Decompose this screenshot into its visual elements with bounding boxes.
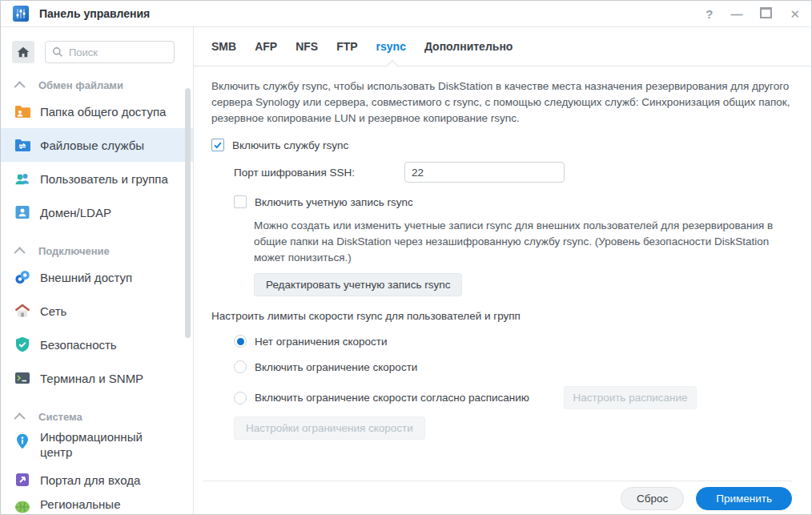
- enable-rsync-row: Включить службу rsync: [211, 139, 792, 151]
- ssh-port-input[interactable]: [404, 162, 565, 183]
- tab-advanced[interactable]: Дополнительно: [424, 40, 513, 53]
- edit-rsync-account-button[interactable]: Редактировать учетную запись rsync: [254, 273, 462, 296]
- enable-speed-limit-radio[interactable]: [234, 360, 247, 373]
- no-speed-limit-label: Нет ограничения скорости: [255, 336, 388, 348]
- search-input[interactable]: [67, 46, 163, 59]
- enable-rsync-account-row: Включить учетную запись rsync: [234, 195, 792, 208]
- close-button[interactable]: ✕: [790, 8, 800, 20]
- sidebar: Обмен файлами Папка общего доступа Файло…: [1, 27, 194, 515]
- no-speed-limit-radio[interactable]: [234, 335, 247, 348]
- sidebar-item-info-center[interactable]: Информационный центр: [1, 426, 193, 463]
- rsync-settings-panel: Включить службу rsync, чтобы использоват…: [194, 66, 811, 440]
- sidebar-item-domain-ldap[interactable]: Домен/LDAP: [1, 195, 193, 229]
- home-button[interactable]: [12, 41, 34, 63]
- check-icon: [213, 140, 223, 150]
- sidebar-item-external-access[interactable]: Внешний доступ: [1, 260, 193, 294]
- window-title: Панель управления: [39, 7, 150, 20]
- enable-speed-limit-row: Включить ограничение скорости: [234, 360, 792, 373]
- no-speed-limit-row: Нет ограничения скорости: [234, 335, 792, 348]
- ssh-port-label: Порт шифрования SSH:: [234, 167, 404, 179]
- chevron-up-icon: [14, 247, 26, 258]
- search-icon: [51, 46, 64, 58]
- search-box[interactable]: [45, 41, 175, 63]
- rsync-description: Включить службу rsync, чтобы использоват…: [211, 78, 806, 127]
- sidebar-item-label: Внешний доступ: [40, 270, 139, 285]
- info-center-icon: [14, 433, 31, 450]
- chevron-up-icon: [14, 412, 26, 424]
- sidebar-section-file-sharing[interactable]: Обмен файлами: [17, 79, 193, 91]
- tab-rsync[interactable]: rsync: [376, 40, 406, 53]
- window-controls: ? — ✕: [705, 1, 800, 26]
- sidebar-item-network[interactable]: Сеть: [1, 294, 193, 328]
- enable-rsync-label: Включить службу rsync: [232, 139, 348, 151]
- control-panel-app-icon: [12, 5, 30, 22]
- scheduled-speed-limit-radio[interactable]: [234, 392, 247, 404]
- security-shield-icon: [14, 336, 31, 353]
- control-panel-window: Панель управления ? — ✕: [0, 0, 812, 515]
- sidebar-section-connectivity[interactable]: Подключение: [17, 245, 193, 257]
- sidebar-item-label: Файловые службы: [40, 138, 151, 153]
- radio-dot: [237, 338, 244, 345]
- shared-folder-icon: [14, 103, 31, 120]
- section-label: Подключение: [38, 245, 110, 257]
- sidebar-item-label: Сеть: [40, 304, 73, 319]
- sidebar-item-label: Терминал и SNMP: [40, 371, 150, 386]
- file-services-icon: [14, 136, 31, 154]
- sidebar-item-shared-folder[interactable]: Папка общего доступа: [1, 95, 193, 128]
- scheduled-speed-limit-label: Включить ограничение скорости согласно р…: [255, 392, 529, 404]
- section-label: Система: [38, 411, 82, 423]
- sidebar-item-label: Пользователь и группа: [40, 171, 175, 187]
- sidebar-item-label: Портал для входа: [40, 473, 147, 488]
- sidebar-item-security[interactable]: Безопасность: [1, 328, 193, 361]
- sidebar-item-label: Региональные: [40, 497, 127, 512]
- tab-smb[interactable]: SMB: [211, 40, 236, 53]
- enable-rsync-account-checkbox[interactable]: [234, 195, 247, 208]
- external-access-icon: [14, 268, 31, 286]
- sidebar-item-label: Безопасность: [40, 337, 123, 352]
- sidebar-scrollbar[interactable]: [185, 88, 191, 338]
- regional-options-icon: [14, 497, 31, 514]
- apply-button[interactable]: Применить: [696, 487, 792, 510]
- ssh-port-row: Порт шифрования SSH:: [234, 162, 792, 183]
- chevron-up-icon: [14, 81, 26, 92]
- network-icon: [14, 302, 31, 320]
- terminal-icon: [14, 369, 31, 387]
- speed-limit-section-label: Настроить лимиты скорости rsync для поль…: [211, 310, 792, 322]
- rsync-account-note: Можно создать или изменить учетные запис…: [254, 218, 774, 266]
- enable-rsync-account-label: Включить учетную запись rsync: [255, 196, 413, 208]
- sidebar-item-label: Папка общего доступа: [40, 104, 172, 119]
- tab-nfs[interactable]: NFS: [295, 40, 318, 53]
- tab-bar: SMB AFP NFS FTP rsync Дополнительно: [194, 27, 811, 66]
- tab-ftp[interactable]: FTP: [336, 40, 357, 53]
- minimize-button[interactable]: —: [730, 8, 742, 20]
- speed-limit-settings-button[interactable]: Настройки ограничения скорости: [234, 416, 425, 440]
- sidebar-item-terminal-snmp[interactable]: Терминал и SNMP: [1, 361, 193, 395]
- maximize-icon: [760, 7, 772, 18]
- sidebar-item-login-portal[interactable]: Портал для входа: [1, 463, 193, 497]
- sidebar-item-regional[interactable]: Региональные: [1, 497, 193, 514]
- set-schedule-button[interactable]: Настроить расписание: [564, 386, 697, 409]
- help-button[interactable]: ?: [705, 8, 713, 20]
- tab-afp[interactable]: AFP: [255, 40, 277, 53]
- user-group-icon: [14, 170, 31, 187]
- home-icon: [16, 45, 30, 59]
- enable-rsync-checkbox[interactable]: [211, 139, 224, 151]
- main-panel: SMB AFP NFS FTP rsync Дополнительно Вклю…: [194, 27, 811, 515]
- footer-bar: Сброс Применить: [203, 481, 792, 515]
- sidebar-item-user-group[interactable]: Пользователь и группа: [1, 162, 193, 195]
- titlebar: Панель управления ? — ✕: [1, 1, 811, 27]
- login-portal-icon: [14, 471, 31, 489]
- sidebar-item-label: Информационный центр: [40, 429, 167, 460]
- sidebar-item-file-services[interactable]: Файловые службы: [1, 128, 193, 162]
- section-label: Обмен файлами: [38, 79, 123, 91]
- domain-ldap-icon: [14, 203, 31, 221]
- scheduled-speed-limit-row: Включить ограничение скорости согласно р…: [234, 386, 792, 409]
- reset-button[interactable]: Сброс: [621, 487, 684, 510]
- enable-speed-limit-label: Включить ограничение скорости: [255, 361, 417, 373]
- sidebar-section-system[interactable]: Система: [17, 411, 193, 423]
- sidebar-item-label: Домен/LDAP: [40, 205, 118, 220]
- maximize-button[interactable]: [760, 7, 772, 20]
